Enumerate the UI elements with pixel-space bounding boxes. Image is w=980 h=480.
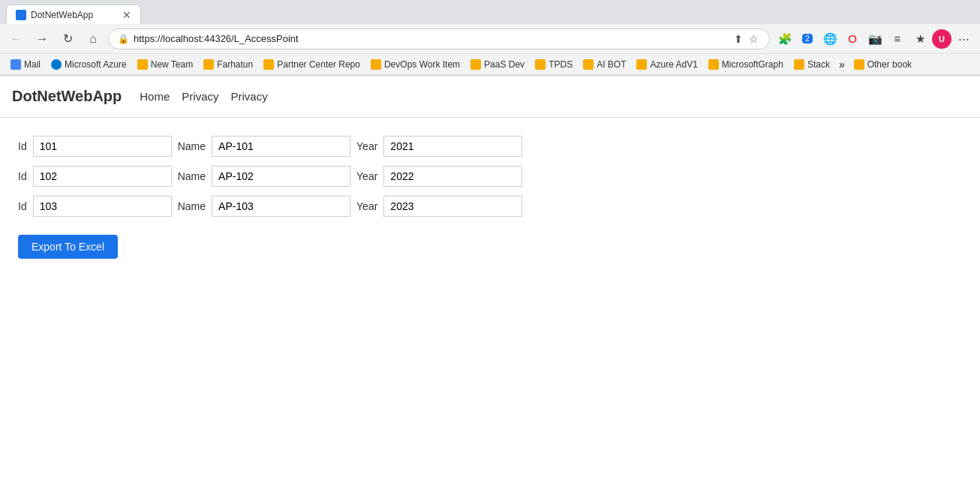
navigation-bar: ← → ↻ ⌂ 🔒 https://localhost:44326/L_Acce… [0,24,980,54]
bookmark-favicon [854,59,864,70]
id-label: Id [18,140,27,152]
profile-avatar[interactable]: U [932,29,951,49]
bookmark-item-8[interactable]: AI BOT [579,58,630,71]
browser-chrome: DotNetWebApp ✕ ← → ↻ ⌂ 🔒 https://localho… [0,0,980,76]
bookmark-favicon [263,59,274,70]
bookmark-favicon [51,59,62,70]
bookmark-item-3[interactable]: Farhatun [199,58,257,71]
app-brand[interactable]: DotNetWebApp [12,88,122,105]
bookmark-icon[interactable]: ☆ [747,32,760,46]
bookmark-favicon [11,59,21,70]
year-label: Year [356,170,377,182]
bookmark-favicon [535,59,546,70]
bookmark-item-6[interactable]: PaaS Dev [466,58,529,71]
bookmark-label: AI BOT [597,59,626,70]
active-tab[interactable]: DotNetWebApp ✕ [6,4,141,24]
bookmark-item-2[interactable]: New Team [133,58,197,71]
app-navbar: DotNetWebApp Home Privacy Privacy [0,76,980,118]
share-icon[interactable]: ⬆ [732,32,744,46]
nav-link-privacy-1[interactable]: Privacy [182,87,218,106]
year-label: Year [356,200,377,212]
bookmark-favicon [371,59,381,70]
bookmark-favicon [470,59,481,70]
export-to-excel-button[interactable]: Export To Excel [18,235,118,259]
name-label: Name [178,200,206,212]
address-bar[interactable]: 🔒 https://localhost:44326/L_AccessPoint … [108,28,770,50]
url-text: https://localhost:44326/L_AccessPoint [134,33,728,44]
tab-bar: DotNetWebApp ✕ [0,0,980,24]
favorites-icon[interactable]: ★ [909,28,930,50]
bookmark-item-1[interactable]: Microsoft Azure [47,58,131,71]
bookmark-label: TPDS [549,59,573,70]
form-row: IdNameYear [18,166,962,187]
tab-close-button[interactable]: ✕ [122,9,131,21]
bookmark-item-other-book[interactable]: Other book [849,58,916,71]
extensions-icon[interactable]: 🧩 [774,28,795,50]
id-label: Id [18,170,27,182]
bookmark-item-0[interactable]: Mail [6,58,45,71]
bookmark-item-4[interactable]: Partner Center Repo [259,58,365,71]
bookmark-label: Microsoft Azure [65,59,127,70]
bookmark-favicon [708,59,719,70]
bookmark-item-10[interactable]: MicrosoftGraph [704,58,788,71]
back-button[interactable]: ← [6,28,27,50]
tab-favicon [16,10,26,20]
records-container: IdNameYearIdNameYearIdNameYear [18,136,962,217]
lock-icon: 🔒 [118,34,129,44]
bookmark-favicon [794,59,804,70]
home-button[interactable]: ⌂ [83,28,104,50]
name-label: Name [178,170,206,182]
year-input-0[interactable] [383,136,522,157]
form-row: IdNameYear [18,196,962,217]
reload-button[interactable]: ↻ [57,28,78,50]
name-input-2[interactable] [212,196,350,217]
opera-icon[interactable]: O [842,28,863,50]
bookmark-favicon [137,59,148,70]
bookmark-label: PaaS Dev [484,59,525,70]
name-input-0[interactable] [212,136,350,157]
toolbar-icons: 🧩 2 🌐 O 📷 ≡ ★ U ⋯ [774,28,974,50]
translate-icon[interactable]: 🌐 [819,28,840,50]
bookmark-label: Azure AdV1 [650,59,697,70]
bookmark-item-7[interactable]: TPDS [531,58,577,71]
ext-count: 2 [802,34,813,44]
main-content: IdNameYearIdNameYearIdNameYear Export To… [0,118,980,277]
bookmark-label: Stack [807,59,830,70]
bookmarks-bar: MailMicrosoft AzureNew TeamFarhatunPartn… [0,54,980,75]
id-label: Id [18,200,27,212]
tab-title: DotNetWebApp [31,10,93,20]
year-input-1[interactable] [383,166,522,187]
bookmark-favicon [203,59,214,70]
reading-list-icon[interactable]: ≡ [887,28,908,50]
bookmark-favicon [636,59,647,70]
bookmark-favicon [583,59,594,70]
capture-icon[interactable]: 📷 [864,28,885,50]
bookmark-label: Other book [867,59,912,70]
bookmark-label: Farhatun [217,59,253,70]
app-nav-links: Home Privacy Privacy [140,87,267,106]
bookmark-item-9[interactable]: Azure AdV1 [632,58,702,71]
name-label: Name [178,140,206,152]
bookmark-label: Mail [24,59,41,70]
id-input-1[interactable] [33,166,172,187]
bookmarks-more-button[interactable]: » [836,57,848,72]
bookmark-item-11[interactable]: Stack [789,58,834,71]
form-row: IdNameYear [18,136,962,157]
app-container: DotNetWebApp Home Privacy Privacy IdName… [0,76,980,277]
id-input-2[interactable] [33,196,172,217]
id-input-0[interactable] [33,136,172,157]
year-input-2[interactable] [383,196,522,217]
bookmark-label: Partner Center Repo [277,59,360,70]
menu-icon[interactable]: ⋯ [953,28,974,50]
nav-link-home[interactable]: Home [140,87,170,106]
bookmark-item-5[interactable]: DevOps Work Item [366,58,464,71]
bookmark-label: DevOps Work Item [384,59,460,70]
year-label: Year [356,140,377,152]
extensions-badge: 2 [797,28,818,50]
forward-button[interactable]: → [32,28,53,50]
name-input-1[interactable] [212,166,350,187]
nav-link-privacy-2[interactable]: Privacy [230,87,267,106]
address-bar-icons: ⬆ ☆ [732,32,760,46]
bookmark-label: New Team [151,59,193,70]
bookmark-label: MicrosoftGraph [722,59,783,70]
